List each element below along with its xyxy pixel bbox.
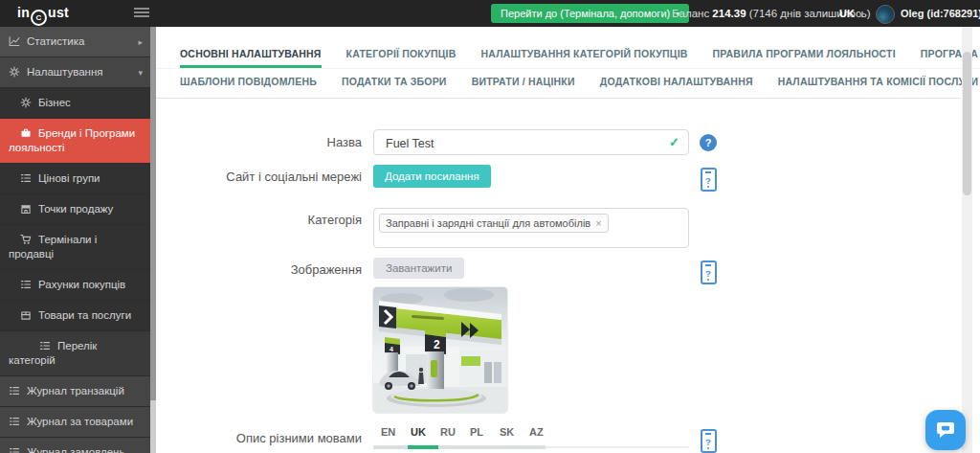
secondary-tab[interactable]: ПОДАТКИ ТА ЗБОРИ xyxy=(342,76,447,98)
form-row-site: Сайт і соціальні мережі Додати посилання… xyxy=(180,165,980,192)
name-label: Назва xyxy=(180,129,373,149)
sidebar-item-label: Налаштування xyxy=(27,66,102,78)
primary-tab[interactable]: ПРАВИЛА ПРОГРАМИ ЛОЯЛЬНОСТІ xyxy=(713,48,896,68)
caret-down-icon: ▾ xyxy=(138,66,143,80)
language-tab-uk[interactable]: UK xyxy=(411,426,432,445)
sidebar-item[interactable]: Журнал замовлень xyxy=(0,438,150,453)
sidebar-item[interactable]: Статистика▸ xyxy=(0,27,150,57)
secondary-tab[interactable]: ВИТРАТИ / НАЦІНКИ xyxy=(472,76,575,98)
sidebar-item-label: Перелік категорій xyxy=(9,340,97,366)
sidebar-item-label: Бізнес xyxy=(38,97,71,108)
secondary-tab[interactable]: НАЛАШТУВАННЯ ТА КОМІСІЇ ПОСЛУГИ З ДОСТАВ… xyxy=(778,76,980,98)
upload-button[interactable]: Завантажити xyxy=(373,258,464,279)
language-tab-az[interactable]: AZ xyxy=(529,426,550,445)
remove-tag-icon[interactable]: × xyxy=(595,217,601,229)
goto-button-label: Перейти до (Термінала, допомоги) xyxy=(501,8,670,19)
language-tab-sk[interactable]: SK xyxy=(500,426,521,445)
balance-value: 214.39 xyxy=(712,8,746,19)
list-icon xyxy=(9,416,21,427)
brand-image: 2 4 xyxy=(373,287,507,413)
sidebar-item[interactable]: Журнал за товарами xyxy=(0,407,150,438)
tabs-row-primary: ОСНОВНІ НАЛАШТУВАННЯКАТЕГОРІЇ ПОКУПЦІВНА… xyxy=(156,48,980,69)
caret-right-icon: ▸ xyxy=(138,35,143,50)
help-phone-icon[interactable]: ? xyxy=(701,168,717,192)
form-row-category: Категорія Заправні і зарядні станції для… xyxy=(180,208,980,248)
sidebar-item[interactable]: Бізнес xyxy=(0,88,150,119)
sidebar-item[interactable]: Бренди і Програми лояльності xyxy=(0,119,150,164)
gear-icon xyxy=(9,66,21,78)
goto-button[interactable]: Перейти до (Термінала, допомоги) ▾ xyxy=(491,4,689,23)
user-menu[interactable]: Oleg (id:768291)▾ xyxy=(901,8,980,19)
category-input[interactable]: Заправні і зарядні станції для автомобіл… xyxy=(373,208,689,248)
help-phone-icon[interactable]: ? xyxy=(701,429,717,453)
app-window: inCust Перейти до (Термінала, допомоги) … xyxy=(0,0,980,453)
menu-icon[interactable] xyxy=(134,8,149,19)
cart-icon xyxy=(20,234,33,245)
tabs-row-secondary: ШАБЛОНИ ПОВІДОМЛЕНЬПОДАТКИ ТА ЗБОРИВИТРА… xyxy=(156,76,961,99)
list-icon xyxy=(9,446,21,453)
sidebar-item-label: Статистика xyxy=(27,35,84,47)
language-tabs: ENUKRUPLSKAZ xyxy=(373,426,689,445)
sidebar-item-label: Точки продажу xyxy=(38,203,113,215)
sidebar-item-label: Журнал замовлень xyxy=(27,446,124,453)
list-icon xyxy=(39,340,52,351)
chart-icon xyxy=(9,35,21,47)
gear-icon xyxy=(20,97,33,108)
image-label: Зображення xyxy=(180,258,373,277)
primary-tab[interactable]: НАЛАШТУВАННЯ КАТЕГОРІЙ ПОКУПЦІВ xyxy=(480,48,687,68)
page-scrollbar-thumb[interactable] xyxy=(963,52,971,195)
form-row-image: Зображення Завантажити xyxy=(180,258,980,413)
primary-tab[interactable]: КАТЕГОРІЇ ПОКУПЦІВ xyxy=(346,48,457,68)
incust-logo: inCust xyxy=(17,5,69,26)
form-row-description: Опис різними мовами ENUKRUPLSKAZ ? xyxy=(180,426,980,453)
secondary-tab[interactable]: ШАБЛОНИ ПОВІДОМЛЕНЬ xyxy=(180,76,317,98)
list-icon xyxy=(9,385,21,396)
sidebar-item-label: Рахунки покупців xyxy=(38,279,125,290)
chevron-down-icon: ▾ xyxy=(859,11,863,19)
sidebar-menu: Статистика▸Налаштування▾БізнесБренди і П… xyxy=(0,27,150,453)
help-phone-icon[interactable]: ? xyxy=(701,260,717,284)
language-tab-ru[interactable]: RU xyxy=(440,426,461,445)
help-question-icon[interactable]: ? xyxy=(700,134,717,151)
form-row-name: Назва ✓ ? xyxy=(180,129,980,155)
category-label: Категорія xyxy=(180,208,373,227)
language-tab-pl[interactable]: PL xyxy=(470,426,491,445)
list-icon xyxy=(20,279,33,290)
sidebar-item[interactable]: Термінали і продавці xyxy=(0,225,150,270)
sidebar-item[interactable]: Перелік категорій xyxy=(0,331,150,376)
valid-check-icon: ✓ xyxy=(669,135,679,149)
category-tag: Заправні і зарядні станції для автомобіл… xyxy=(379,214,609,233)
balance-label: Баланс xyxy=(672,8,709,19)
secondary-tab[interactable]: ДОДАТКОВІ НАЛАШТУВАННЯ xyxy=(600,76,753,98)
svg-text:2: 2 xyxy=(434,338,440,351)
main-content: ОСНОВНІ НАЛАШТУВАННЯКАТЕГОРІЇ ПОКУПЦІВНА… xyxy=(156,27,980,453)
add-link-button[interactable]: Додати посилання xyxy=(373,165,491,188)
page-scrollbar[interactable] xyxy=(962,27,972,453)
sidebar-item[interactable]: Точки продажу xyxy=(0,194,150,225)
language-selector[interactable]: UK▾ xyxy=(839,8,863,19)
sidebar-item[interactable]: Налаштування▾ xyxy=(0,57,150,88)
language-tabs-track xyxy=(373,445,689,449)
sidebar-item[interactable]: Рахунки покупців xyxy=(0,270,150,301)
sidebar-item-label: Товари та послуги xyxy=(38,309,131,321)
name-input[interactable] xyxy=(384,130,656,156)
site-label: Сайт і соціальні мережі xyxy=(180,165,373,184)
sidebar-item[interactable]: Товари та послуги xyxy=(0,301,150,331)
chat-widget-button[interactable] xyxy=(925,410,966,450)
description-label: Опис різними мовами xyxy=(180,426,373,445)
gas-station-illustration: 2 4 xyxy=(373,287,507,413)
sidebar-item[interactable]: Журнал транзакцій xyxy=(0,376,150,407)
category-tag-label: Заправні і зарядні станції для автомобіл… xyxy=(386,217,590,229)
topbar: inCust Перейти до (Термінала, допомоги) … xyxy=(0,0,980,27)
shop-icon xyxy=(20,203,33,215)
box-icon xyxy=(20,309,33,321)
sidebar-item[interactable]: Цінові групи xyxy=(0,164,150,194)
primary-tab[interactable]: ОСНОВНІ НАЛАШТУВАННЯ xyxy=(180,48,322,68)
language-code: UK xyxy=(839,8,855,19)
svg-text:4: 4 xyxy=(390,346,393,352)
avatar[interactable] xyxy=(876,5,895,24)
list-icon xyxy=(20,172,33,184)
language-tab-en[interactable]: EN xyxy=(381,426,402,445)
active-language-underline xyxy=(408,445,438,449)
briefcase-icon xyxy=(20,127,33,139)
